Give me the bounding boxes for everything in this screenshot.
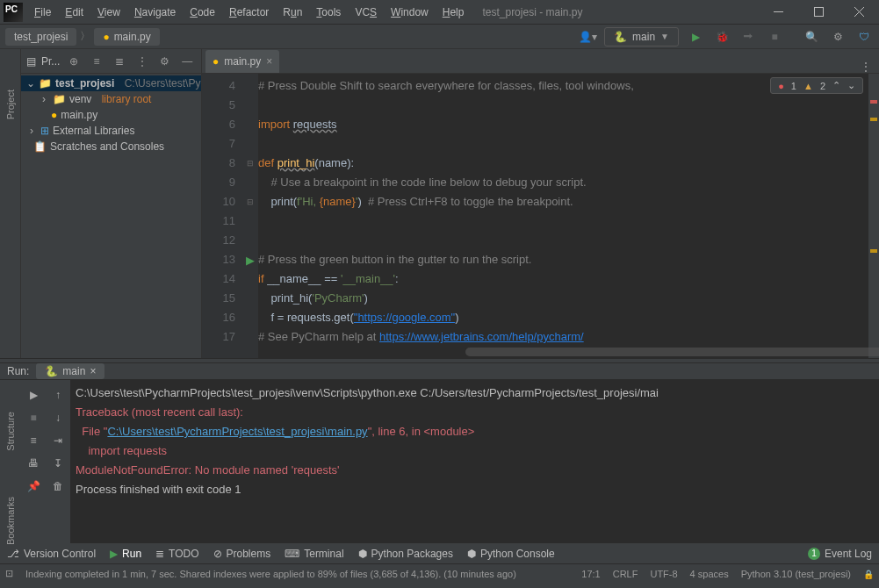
stop-button[interactable]: ■ [765,27,784,47]
line-column[interactable]: 17:1 [581,569,600,579]
menu-run[interactable]: Run [277,3,308,22]
python-file-icon: ● [213,55,219,68]
error-stripe[interactable] [868,74,879,358]
trash-button[interactable]: 🗑 [46,475,70,498]
run-panel-label: Run: [7,365,29,377]
breadcrumb: test_projesi 〉 ●main.py [5,28,160,46]
menu-refactor[interactable]: Refactor [223,3,275,22]
menu-code[interactable]: Code [184,3,221,22]
layout-button[interactable]: ≡ [21,429,46,452]
settings-icon[interactable]: ⚙ [828,27,847,47]
scroll-button[interactable]: ↧ [46,452,70,475]
search-everywhere-icon[interactable]: 🔍 [802,27,821,47]
editor-tab-main[interactable]: ● main.py × [205,50,279,73]
run-configuration[interactable]: 🐍 main ▼ [604,27,679,47]
wrap-button[interactable]: ⇥ [46,429,70,452]
tool-window-icon[interactable]: ⊡ [5,568,13,579]
run-toolbar: ▶ ↑ ■ ↓ ≡ ⇥ 🖶 ↧ 📌 🗑 [21,380,70,550]
run-tool[interactable]: ▶Run [110,548,141,560]
event-log-tool[interactable]: 1Event Log [808,548,872,560]
main-menu: File Edit View Navigate Code Refactor Ru… [28,3,470,22]
gutter-icons: ⊟⊟ ▶ [242,74,258,358]
panel-more-icon[interactable]: ⋮ [133,52,151,71]
tree-main-file[interactable]: ●main.py [21,107,201,123]
close-tab-icon[interactable]: × [266,55,272,68]
shield-icon[interactable]: 🛡 [854,27,874,47]
menu-window[interactable]: Window [385,3,435,22]
terminal-tool[interactable]: ⌨Terminal [285,548,343,560]
project-panel: ▤ Pr... ⊕ ≡ ≣ ⋮ ⚙ — ⌄📁 test_projesi C:\U… [21,49,202,358]
tree-venv[interactable]: ›📁 venv library root [21,91,201,107]
traceback-file-link[interactable]: C:\Users\test\PycharmProjects\test_proje… [107,425,367,438]
debug-button[interactable]: 🐞 [712,27,731,47]
problems-tool[interactable]: ⊘Problems [213,548,271,560]
encoding[interactable]: UTF-8 [650,569,677,579]
code-editor[interactable]: 45 67 89 1011 1213 1415 1617 ⊟⊟ ▶ # Pres… [202,74,879,358]
tab-more-icon[interactable]: ⋮ [861,61,872,73]
tree-external-libs[interactable]: ›⊞ External Libraries [21,123,201,139]
status-message: Indexing completed in 1 min, 7 sec. Shar… [25,569,569,579]
error-icon: ● [778,81,784,91]
python-console-tool[interactable]: ⬢Python Console [467,548,555,560]
up-button[interactable]: ↑ [46,384,70,406]
menu-navigate[interactable]: Navigate [128,3,182,22]
breadcrumb-file[interactable]: ●main.py [94,28,159,46]
window-title: test_projesi - main.py [482,6,582,18]
structure-tool-button[interactable]: Structure [5,406,16,456]
svg-rect-0 [774,11,783,12]
chevron-right-icon: 〉 [80,29,90,44]
line-separator[interactable]: CRLF [613,569,638,579]
breadcrumb-project[interactable]: test_projesi [5,28,76,46]
menu-file[interactable]: File [28,3,57,22]
app-icon [4,3,23,22]
menu-tools[interactable]: Tools [310,3,347,22]
tree-scratches[interactable]: 📋 Scratches and Consoles [21,139,201,154]
menu-view[interactable]: View [91,3,126,22]
indent[interactable]: 4 spaces [690,569,729,579]
close-icon[interactable]: × [90,365,96,377]
maximize-button[interactable] [798,0,839,25]
inspection-summary[interactable]: ●1 ▲2 ⌃ ⌄ [770,77,863,94]
user-icon[interactable]: 👤▾ [578,27,597,47]
expand-all-icon[interactable]: ≡ [88,52,105,71]
python-icon: 🐍 [45,365,58,377]
run-button[interactable]: ▶ [686,27,705,47]
stop-button[interactable]: ■ [21,406,46,429]
interpreter[interactable]: Python 3.10 (test_projesi) [741,569,851,579]
close-window-button[interactable] [839,0,879,25]
hide-panel-icon[interactable]: — [178,52,196,71]
chevron-down-icon[interactable]: ⌄ [847,80,855,91]
menu-vcs[interactable]: VCS [349,3,383,22]
rerun-button[interactable]: ▶ [21,384,46,406]
pin-button[interactable]: 📌 [21,475,46,498]
lock-icon[interactable] [863,569,874,579]
project-tool-button[interactable]: Project [5,84,16,125]
gutter-run-icon[interactable]: ▶ [242,250,258,269]
run-tab[interactable]: 🐍 main × [36,363,104,379]
menu-edit[interactable]: Edit [59,3,90,22]
chevron-up-icon[interactable]: ⌃ [832,80,840,91]
minimize-button[interactable] [758,0,798,25]
project-panel-title: Pr... [41,55,60,68]
collapse-all-icon[interactable]: ≣ [111,52,128,71]
todo-tool[interactable]: ≣TODO [155,548,198,560]
line-numbers: 45 67 89 1011 1213 1415 1617 [202,74,242,358]
coverage-button[interactable]: ⮕ [739,27,758,47]
warning-icon: ▲ [803,81,813,91]
down-button[interactable]: ↓ [46,406,70,429]
menu-help[interactable]: Help [436,3,471,22]
python-icon: 🐍 [614,31,627,43]
project-view-icon: ▤ [26,55,36,68]
version-control-tool[interactable]: ⎇Version Control [7,548,96,560]
panel-settings-icon[interactable]: ⚙ [155,52,173,71]
horizontal-scrollbar[interactable] [465,348,879,356]
python-packages-tool[interactable]: ⬢Python Packages [358,548,453,560]
print-button[interactable]: 🖶 [21,452,46,475]
tree-root[interactable]: ⌄📁 test_projesi C:\Users\test\Pych [21,75,201,91]
console-output[interactable]: C:\Users\test\PycharmProjects\test_proje… [70,380,879,550]
bookmarks-tool-button[interactable]: Bookmarks [5,491,16,550]
svg-rect-1 [814,8,823,17]
chevron-down-icon: ▼ [660,32,669,41]
locate-icon[interactable]: ⊕ [65,52,83,71]
